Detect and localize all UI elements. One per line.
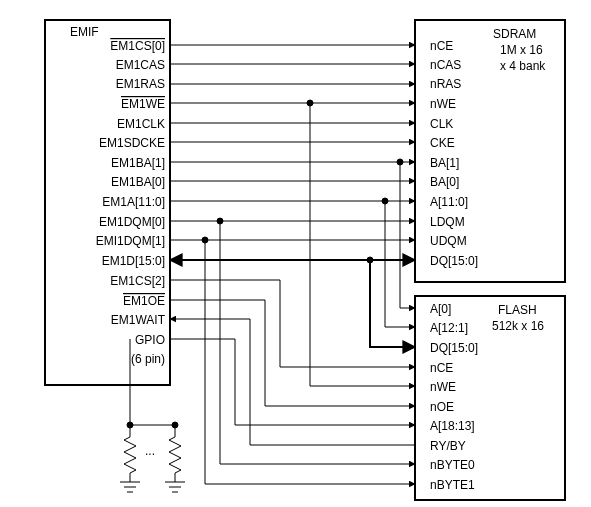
sdram-pin-6: BA[1] (430, 156, 459, 170)
flash-pin-2: DQ[15:0] (430, 341, 478, 355)
flash-pins: A[0] A[12:1] DQ[15:0] nCE nWE nOE A[18:1… (430, 302, 478, 492)
flash-title: FLASH (498, 303, 537, 317)
emif-pin-2: EM1RAS (116, 77, 165, 91)
sdram-pin-10: UDQM (430, 234, 467, 248)
emif-pin-7: EM1BA[0] (111, 175, 165, 189)
sdram-pin-0: nCE (430, 39, 453, 53)
svg-point-19 (217, 218, 223, 224)
svg-point-20 (202, 237, 208, 243)
emif-pin-1: EM1CAS (116, 58, 165, 72)
sdram-pin-1: nCAS (430, 58, 461, 72)
svg-point-17 (382, 198, 388, 204)
emif-pin-11: EM1D[15:0] (102, 254, 165, 268)
flash-sub1: 512k x 16 (492, 319, 544, 333)
flash-pin-5: nOE (430, 400, 454, 414)
diagram-svg: EMIF SDRAM 1M x 16 x 4 bank FLASH 512k x… (0, 0, 591, 507)
sdram-pin-3: nWE (430, 97, 456, 111)
emif-pin-6: EM1BA[1] (111, 156, 165, 170)
emif-pin-10: EMI1DQM[1] (96, 234, 165, 248)
emif-pin-4: EM1CLK (117, 117, 165, 131)
emif-pin-0: EM1CS[0] (110, 39, 165, 53)
emif-pin-16: (6 pin) (131, 352, 165, 366)
emif-pin-9: EM1DQM[0] (99, 215, 165, 229)
sdram-title: SDRAM (493, 27, 536, 41)
sdram-pin-8: A[11:0] (430, 195, 468, 209)
emif-pin-5: EM1SDCKE (99, 136, 165, 150)
flash-pin-7: RY/BY (430, 439, 466, 453)
emif-pins: EM1CS[0] EM1CAS EM1RAS EM1WE EM1CLK EM1S… (96, 39, 166, 366)
sdram-sub2: x 4 bank (500, 59, 546, 73)
flash-pin-4: nWE (430, 380, 456, 394)
flash-pin-9: nBYTE1 (430, 478, 475, 492)
emif-pin-15: GPIO (135, 333, 165, 347)
sdram-pin-2: nRAS (430, 77, 461, 91)
flash-pin-8: nBYTE0 (430, 458, 475, 472)
flash-pin-3: nCE (430, 361, 453, 375)
sdram-sub1: 1M x 16 (500, 43, 543, 57)
emif-pin-13: EM1OE (123, 294, 165, 308)
emif-pin-14: EM1WAIT (111, 313, 166, 327)
svg-point-18 (367, 257, 373, 263)
sdram-pins: nCE nCAS nRAS nWE CLK CKE BA[1] BA[0] A[… (430, 39, 478, 268)
emif-pin-12: EM1CS[2] (110, 274, 165, 288)
sdram-pin-7: BA[0] (430, 175, 459, 189)
sdram-pin-4: CLK (430, 117, 453, 131)
flash-pin-1: A[12:1] (430, 321, 468, 335)
flash-pin-6: A[18:13] (430, 419, 475, 433)
svg-point-15 (307, 100, 313, 106)
wires (170, 45, 415, 484)
emif-pin-8: EM1A[11:0] (102, 195, 165, 209)
emif-title: EMIF (70, 25, 99, 39)
ellipsis: ... (145, 444, 155, 458)
sdram-pin-11: DQ[15:0] (430, 254, 478, 268)
sdram-pin-9: LDQM (430, 215, 465, 229)
flash-pin-0: A[0] (430, 302, 451, 316)
emif-pin-3: EM1WE (121, 97, 165, 111)
sdram-pin-5: CKE (430, 136, 455, 150)
svg-point-16 (397, 159, 403, 165)
